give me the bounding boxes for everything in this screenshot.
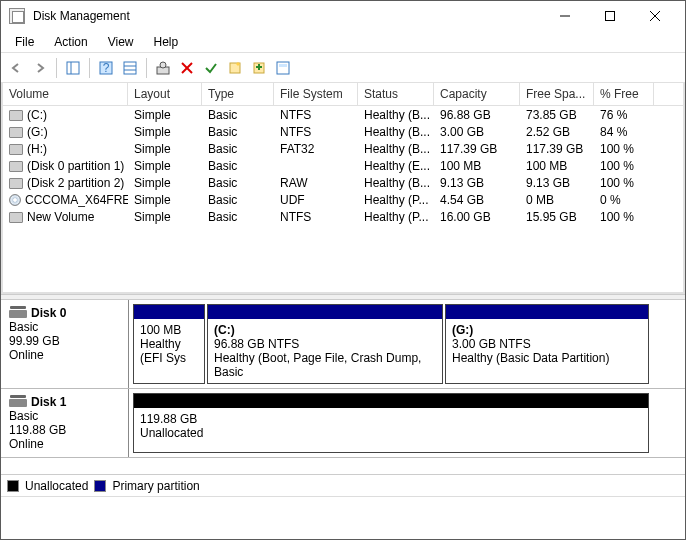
cell-volume: (H:) <box>27 142 47 156</box>
menu-help[interactable]: Help <box>144 33 189 51</box>
disk-state: Online <box>9 437 120 451</box>
volume-row[interactable]: New VolumeSimpleBasicNTFSHealthy (P...16… <box>3 208 683 225</box>
volume-row[interactable]: (G:)SimpleBasicNTFSHealthy (B...3.00 GB2… <box>3 123 683 140</box>
cell-free: 117.39 GB <box>520 142 594 156</box>
col-filesystem[interactable]: File System <box>274 83 358 105</box>
forward-button[interactable] <box>29 57 51 79</box>
disk-partitions: 119.88 GBUnallocated <box>129 389 685 457</box>
cell-pctfree: 100 % <box>594 210 654 224</box>
cell-layout: Simple <box>128 108 202 122</box>
delete-icon[interactable] <box>176 57 198 79</box>
drive-icon <box>9 194 21 206</box>
settings-icon[interactable] <box>119 57 141 79</box>
app-icon <box>9 8 25 24</box>
cell-volume: (C:) <box>27 108 47 122</box>
col-capacity[interactable]: Capacity <box>434 83 520 105</box>
volume-header-row: Volume Layout Type File System Status Ca… <box>3 83 683 106</box>
maximize-button[interactable] <box>587 2 632 30</box>
svg-point-12 <box>160 62 166 68</box>
cell-type: Basic <box>202 108 274 122</box>
cell-status: Healthy (B... <box>358 176 434 190</box>
properties-icon[interactable] <box>272 57 294 79</box>
legend-swatch-unallocated <box>7 480 19 492</box>
cell-status: Healthy (B... <box>358 142 434 156</box>
cell-type: Basic <box>202 159 274 173</box>
col-type[interactable]: Type <box>202 83 274 105</box>
col-volume[interactable]: Volume <box>3 83 128 105</box>
volume-body[interactable]: (C:)SimpleBasicNTFSHealthy (B...96.88 GB… <box>3 106 683 292</box>
partition-size: 119.88 GB <box>140 412 642 426</box>
cell-volume: New Volume <box>27 210 94 224</box>
menu-file[interactable]: File <box>5 33 44 51</box>
volume-row[interactable]: (Disk 0 partition 1)SimpleBasicHealthy (… <box>3 157 683 174</box>
cell-free: 0 MB <box>520 193 594 207</box>
partition-box[interactable]: (C:)96.88 GB NTFSHealthy (Boot, Page Fil… <box>207 304 443 384</box>
close-button[interactable] <box>632 2 677 30</box>
col-layout[interactable]: Layout <box>128 83 202 105</box>
cell-fs: UDF <box>274 193 358 207</box>
cell-layout: Simple <box>128 159 202 173</box>
drive-icon <box>9 161 23 172</box>
cell-volume: (Disk 0 partition 1) <box>27 159 124 173</box>
volume-list: Volume Layout Type File System Status Ca… <box>1 83 685 294</box>
cell-layout: Simple <box>128 210 202 224</box>
cell-capacity: 3.00 GB <box>434 125 520 139</box>
cell-free: 9.13 GB <box>520 176 594 190</box>
col-pctfree[interactable]: % Free <box>594 83 654 105</box>
apply-icon[interactable] <box>200 57 222 79</box>
volume-row[interactable]: (C:)SimpleBasicNTFSHealthy (B...96.88 GB… <box>3 106 683 123</box>
drive-icon <box>9 144 23 155</box>
partition-body: 100 MBHealthy (EFI Sys <box>134 319 204 383</box>
partition-letter: (G:) <box>452 323 642 337</box>
disk-state: Online <box>9 348 120 362</box>
cell-capacity: 96.88 GB <box>434 108 520 122</box>
titlebar[interactable]: Disk Management <box>1 1 685 31</box>
svg-rect-19 <box>277 62 289 74</box>
cell-free: 2.52 GB <box>520 125 594 139</box>
cell-fs: RAW <box>274 176 358 190</box>
cell-capacity: 100 MB <box>434 159 520 173</box>
col-free[interactable]: Free Spa... <box>520 83 594 105</box>
refresh-icon[interactable] <box>152 57 174 79</box>
disk-partitions: 100 MBHealthy (EFI Sys(C:)96.88 GB NTFSH… <box>129 300 685 388</box>
cell-pctfree: 100 % <box>594 176 654 190</box>
help-icon[interactable]: ? <box>95 57 117 79</box>
cell-status: Healthy (B... <box>358 108 434 122</box>
svg-rect-4 <box>67 62 79 74</box>
partition-header <box>208 305 442 319</box>
cell-fs: NTFS <box>274 108 358 122</box>
partition-box[interactable]: (G:)3.00 GB NTFSHealthy (Basic Data Part… <box>445 304 649 384</box>
svg-rect-1 <box>605 12 614 21</box>
partition-status: Healthy (Boot, Page File, Crash Dump, Ba… <box>214 351 436 379</box>
cell-type: Basic <box>202 193 274 207</box>
disk-icon <box>9 399 27 407</box>
menubar: File Action View Help <box>1 31 685 53</box>
cell-type: Basic <box>202 142 274 156</box>
disk-info[interactable]: Disk 1Basic119.88 GBOnline <box>1 389 129 457</box>
partition-box[interactable]: 100 MBHealthy (EFI Sys <box>133 304 205 384</box>
disk-row: Disk 0Basic99.99 GBOnline100 MBHealthy (… <box>1 300 685 389</box>
partition-status: Healthy (EFI Sys <box>140 337 198 365</box>
graphical-view[interactable]: Disk 0Basic99.99 GBOnline100 MBHealthy (… <box>1 300 685 474</box>
volume-row[interactable]: (Disk 2 partition 2)SimpleBasicRAWHealth… <box>3 174 683 191</box>
col-status[interactable]: Status <box>358 83 434 105</box>
show-hide-console-tree-icon[interactable] <box>62 57 84 79</box>
cell-volume: (Disk 2 partition 2) <box>27 176 124 190</box>
cell-layout: Simple <box>128 193 202 207</box>
cell-layout: Simple <box>128 142 202 156</box>
cell-fs: NTFS <box>274 125 358 139</box>
add-icon[interactable] <box>248 57 270 79</box>
partition-size: 96.88 GB NTFS <box>214 337 436 351</box>
volume-row[interactable]: CCCOMA_X64FRE...SimpleBasicUDFHealthy (P… <box>3 191 683 208</box>
volume-row[interactable]: (H:)SimpleBasicFAT32Healthy (B...117.39 … <box>3 140 683 157</box>
new-icon[interactable] <box>224 57 246 79</box>
back-button[interactable] <box>5 57 27 79</box>
partition-box[interactable]: 119.88 GBUnallocated <box>133 393 649 453</box>
partition-body: (G:)3.00 GB NTFSHealthy (Basic Data Part… <box>446 319 648 383</box>
disk-info[interactable]: Disk 0Basic99.99 GBOnline <box>1 300 129 388</box>
cell-pctfree: 100 % <box>594 159 654 173</box>
menu-action[interactable]: Action <box>44 33 97 51</box>
cell-pctfree: 76 % <box>594 108 654 122</box>
menu-view[interactable]: View <box>98 33 144 51</box>
minimize-button[interactable] <box>542 2 587 30</box>
